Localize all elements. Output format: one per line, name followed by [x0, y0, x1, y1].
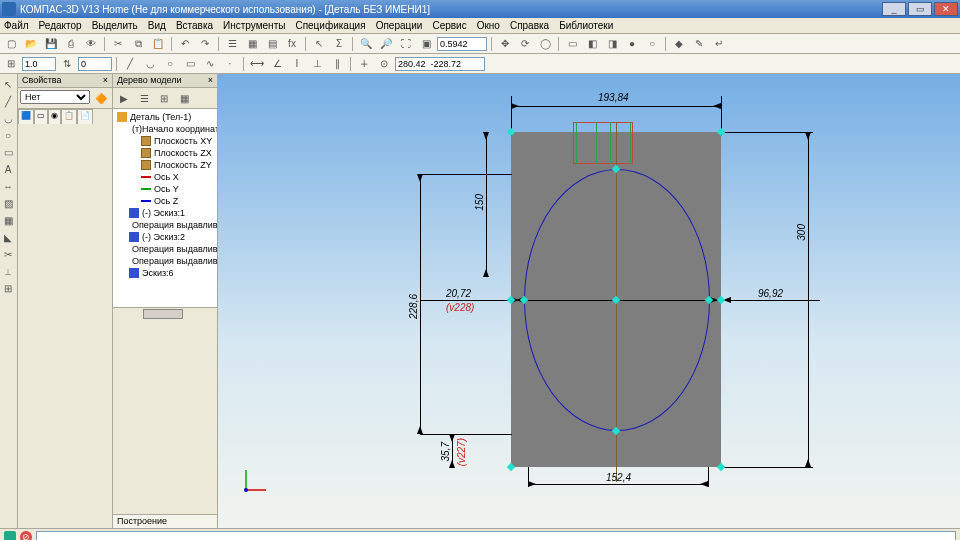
- pan-icon[interactable]: ✥: [496, 36, 514, 52]
- menu-edit[interactable]: Редактор: [39, 20, 82, 31]
- tool-trim-icon[interactable]: ✂: [0, 246, 16, 262]
- save-icon[interactable]: 💾: [42, 36, 60, 52]
- arc-icon[interactable]: ◡: [141, 56, 159, 72]
- var-icon[interactable]: Σ: [330, 36, 348, 52]
- handle[interactable]: [717, 463, 725, 471]
- zoom-fit-icon[interactable]: ⛶: [397, 36, 415, 52]
- menu-help[interactable]: Справка: [510, 20, 549, 31]
- scale-input[interactable]: [22, 57, 56, 71]
- props-tab-5[interactable]: 📄: [77, 109, 93, 124]
- tool-cham-icon[interactable]: ◣: [0, 229, 16, 245]
- tree-btn-1[interactable]: ▶: [115, 90, 133, 106]
- menu-ops[interactable]: Операции: [376, 20, 423, 31]
- tree-btn-2[interactable]: ☰: [135, 90, 153, 106]
- step-input[interactable]: [78, 57, 112, 71]
- step-icon[interactable]: ⇅: [58, 56, 76, 72]
- tool-hatch-icon[interactable]: ▨: [0, 195, 16, 211]
- copy-icon[interactable]: ⧉: [129, 36, 147, 52]
- tool-dim-icon[interactable]: ↔: [0, 178, 16, 194]
- tool-lib-icon[interactable]: ⊞: [0, 280, 16, 296]
- tool-line-icon[interactable]: ╱: [0, 93, 16, 109]
- tool-text-icon[interactable]: A: [0, 161, 16, 177]
- shade-icon[interactable]: ●: [623, 36, 641, 52]
- tree-axis-z[interactable]: Ось Z: [115, 195, 215, 207]
- drawing-canvas[interactable]: 193,84 300 228,6 150 20,: [218, 74, 960, 528]
- menu-view[interactable]: Вид: [148, 20, 166, 31]
- snap1-icon[interactable]: ∔: [355, 56, 373, 72]
- menu-window[interactable]: Окно: [477, 20, 500, 31]
- paste-icon[interactable]: 📋: [149, 36, 167, 52]
- open-icon[interactable]: 📂: [22, 36, 40, 52]
- zoom-out-icon[interactable]: 🔎: [377, 36, 395, 52]
- view2-icon[interactable]: ◧: [583, 36, 601, 52]
- model-tree[interactable]: Деталь (Тел-1) (т)Начало координат Плоск…: [113, 109, 217, 307]
- tool-circle-icon[interactable]: ○: [0, 127, 16, 143]
- exit-sketch-icon[interactable]: ↵: [710, 36, 728, 52]
- new-icon[interactable]: ▢: [2, 36, 20, 52]
- rotate-icon[interactable]: ⟳: [516, 36, 534, 52]
- command-input[interactable]: [36, 531, 956, 541]
- snap2-icon[interactable]: ⊙: [375, 56, 393, 72]
- redo-icon[interactable]: ↷: [196, 36, 214, 52]
- preview-icon[interactable]: 👁: [82, 36, 100, 52]
- tree-plane-xy[interactable]: Плоскость XY: [115, 135, 215, 147]
- menu-libs[interactable]: Библиотеки: [559, 20, 613, 31]
- tool-select-icon[interactable]: ↖: [0, 76, 16, 92]
- menu-service[interactable]: Сервис: [432, 20, 466, 31]
- view1-icon[interactable]: ▭: [563, 36, 581, 52]
- properties-close-icon[interactable]: ×: [103, 75, 108, 86]
- print-icon[interactable]: ⎙: [62, 36, 80, 52]
- layers-icon[interactable]: ▤: [263, 36, 281, 52]
- tree-op6[interactable]: Операция выдавливания:6: [115, 255, 215, 267]
- rect-icon[interactable]: ▭: [181, 56, 199, 72]
- props-tab-3[interactable]: ◉: [48, 109, 61, 124]
- tree-plane-zx[interactable]: Плоскость ZX: [115, 147, 215, 159]
- cut-icon[interactable]: ✂: [109, 36, 127, 52]
- cmd-stop-icon[interactable]: ⊘: [20, 531, 32, 541]
- tree-axis-y[interactable]: Ось Y: [115, 183, 215, 195]
- maximize-button[interactable]: ▭: [908, 2, 932, 16]
- minimize-button[interactable]: _: [882, 2, 906, 16]
- tree-btn-4[interactable]: ▦: [175, 90, 193, 106]
- expand-icon[interactable]: ⊞: [2, 56, 20, 72]
- cmd-ok-icon[interactable]: [4, 531, 16, 541]
- tool-table-icon[interactable]: ▦: [0, 212, 16, 228]
- close-button[interactable]: ✕: [934, 2, 958, 16]
- zoom-window-icon[interactable]: ▣: [417, 36, 435, 52]
- line-icon[interactable]: ╱: [121, 56, 139, 72]
- f-icon[interactable]: fx: [283, 36, 301, 52]
- toggle-icon[interactable]: ☰: [223, 36, 241, 52]
- props-tab-2[interactable]: ▭: [34, 109, 48, 124]
- spline-icon[interactable]: ∿: [201, 56, 219, 72]
- tree-axis-x[interactable]: Ось X: [115, 171, 215, 183]
- zoom-input[interactable]: [437, 37, 487, 51]
- menu-select[interactable]: Выделить: [92, 20, 138, 31]
- props-tab-4[interactable]: 📋: [61, 109, 77, 124]
- zoom-in-icon[interactable]: 🔍: [357, 36, 375, 52]
- menu-file[interactable]: Файл: [4, 20, 29, 31]
- tree-btn-3[interactable]: ⊞: [155, 90, 173, 106]
- pointer-icon[interactable]: ↖: [310, 36, 328, 52]
- tree-sketch1[interactable]: (-) Эскиз:1: [115, 207, 215, 219]
- tree-plane-zy[interactable]: Плоскость ZY: [115, 159, 215, 171]
- perp-icon[interactable]: ⊥: [308, 56, 326, 72]
- tree-sketch6[interactable]: Эскиз:6: [115, 267, 215, 279]
- tree-scrollbar[interactable]: [113, 307, 217, 321]
- angle-icon[interactable]: ∠: [268, 56, 286, 72]
- layer-color-icon[interactable]: 🔶: [92, 90, 110, 106]
- undo-icon[interactable]: ↶: [176, 36, 194, 52]
- menu-spec[interactable]: Спецификация: [295, 20, 365, 31]
- tree-origin[interactable]: (т)Начало координат: [115, 123, 215, 135]
- view3-icon[interactable]: ◨: [603, 36, 621, 52]
- grid-icon[interactable]: ▦: [243, 36, 261, 52]
- render-icon[interactable]: ◆: [670, 36, 688, 52]
- tree-tab-build[interactable]: Построение: [113, 514, 217, 528]
- text-icon[interactable]: I: [288, 56, 306, 72]
- menu-tools[interactable]: Инструменты: [223, 20, 285, 31]
- point-icon[interactable]: ·: [221, 56, 239, 72]
- tree-root[interactable]: Деталь (Тел-1): [115, 111, 215, 123]
- tree-op1[interactable]: Операция выдавливания:1: [115, 219, 215, 231]
- coord-input[interactable]: [395, 57, 485, 71]
- menu-insert[interactable]: Вставка: [176, 20, 213, 31]
- dim-icon[interactable]: ⟷: [248, 56, 266, 72]
